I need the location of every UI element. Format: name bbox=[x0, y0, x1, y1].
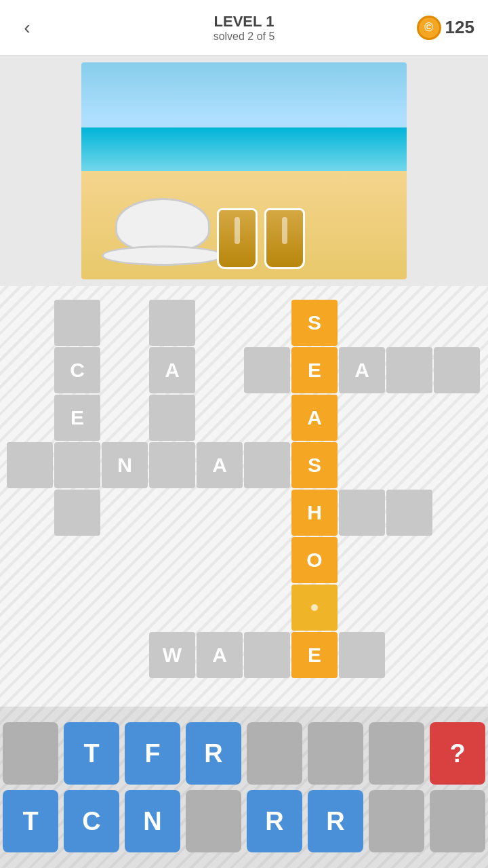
cell-r8c6-E[interactable]: E bbox=[291, 632, 338, 678]
keyboard-row1: T F R ? bbox=[3, 722, 485, 785]
cell-r5c6-H[interactable]: H bbox=[291, 490, 338, 536]
cell-r3c1-E[interactable]: E bbox=[54, 395, 100, 441]
cell-r3c3[interactable] bbox=[149, 395, 195, 441]
cell-r8c4-A[interactable]: A bbox=[197, 632, 243, 678]
cell-r8c7[interactable] bbox=[339, 632, 385, 678]
cell-r4c3[interactable] bbox=[149, 442, 195, 488]
cell-r2c7-A[interactable]: A bbox=[339, 347, 385, 393]
key-R2[interactable]: R bbox=[247, 790, 302, 852]
key-empty-6[interactable] bbox=[369, 790, 424, 852]
cell-r3c6-A[interactable]: A bbox=[291, 395, 338, 441]
cell-r4c4-A[interactable]: A bbox=[197, 442, 243, 488]
key-R1[interactable]: R bbox=[186, 722, 241, 785]
cell-r5c1[interactable] bbox=[54, 490, 100, 536]
back-button[interactable]: ‹ bbox=[14, 14, 41, 41]
key-F[interactable]: F bbox=[125, 722, 180, 785]
cell-r7c6-dot[interactable] bbox=[291, 585, 338, 631]
beach-image bbox=[81, 62, 407, 279]
cell-r2c5[interactable] bbox=[244, 347, 290, 393]
key-R3[interactable]: R bbox=[308, 790, 363, 852]
cell-r6c6-O[interactable]: O bbox=[291, 537, 338, 583]
cell-r8c3-W[interactable]: W bbox=[149, 632, 195, 678]
key-empty-7[interactable] bbox=[430, 790, 485, 852]
sandal-right bbox=[264, 208, 305, 269]
key-empty-1[interactable] bbox=[3, 722, 58, 785]
coin-icon: © bbox=[417, 16, 441, 40]
level-info: LEVEL 1 solved 2 of 5 bbox=[214, 13, 275, 43]
sandals bbox=[217, 208, 305, 269]
key-T1[interactable]: T bbox=[64, 722, 119, 785]
key-empty-4[interactable] bbox=[369, 722, 424, 785]
key-empty-2[interactable] bbox=[247, 722, 302, 785]
cell-r1c6-S[interactable]: S bbox=[291, 300, 338, 346]
key-empty-3[interactable] bbox=[308, 722, 363, 785]
cell-r8c5[interactable] bbox=[244, 632, 290, 678]
cell-r1c3[interactable] bbox=[149, 300, 195, 346]
key-N[interactable]: N bbox=[125, 790, 180, 852]
puzzle-area: S C A E A E A N A S H O W A bbox=[0, 286, 488, 707]
header: ‹ LEVEL 1 solved 2 of 5 © 125 bbox=[0, 0, 488, 56]
coin-count: 125 bbox=[445, 17, 474, 38]
cell-r2c6-E[interactable]: E bbox=[291, 347, 338, 393]
back-icon: ‹ bbox=[24, 17, 30, 39]
sandal-left bbox=[217, 208, 258, 269]
keyboard-area: T F R ? T C N R R bbox=[0, 707, 488, 868]
coins-area: © 125 bbox=[417, 16, 474, 40]
key-T2[interactable]: T bbox=[3, 790, 58, 852]
key-C[interactable]: C bbox=[64, 790, 119, 852]
cell-r2c3-A[interactable]: A bbox=[149, 347, 195, 393]
image-area bbox=[0, 56, 488, 286]
cell-r4c0[interactable] bbox=[7, 442, 53, 488]
cell-r4c5[interactable] bbox=[244, 442, 290, 488]
key-empty-5[interactable] bbox=[186, 790, 241, 852]
cell-r1c1[interactable] bbox=[54, 300, 100, 346]
cell-r4c2-N[interactable]: N bbox=[102, 442, 148, 488]
cell-r4c1[interactable] bbox=[54, 442, 100, 488]
cell-r5c7[interactable] bbox=[339, 490, 385, 536]
level-title: LEVEL 1 bbox=[214, 13, 275, 31]
level-subtitle: solved 2 of 5 bbox=[214, 31, 275, 43]
beach-hat bbox=[102, 191, 224, 266]
cell-r5c8[interactable] bbox=[386, 490, 432, 536]
key-hint[interactable]: ? bbox=[430, 722, 485, 785]
cell-r4c6-S[interactable]: S bbox=[291, 442, 338, 488]
hat-brim bbox=[102, 245, 224, 266]
cell-r2c1-C[interactable]: C bbox=[54, 347, 100, 393]
cell-r2c9[interactable] bbox=[434, 347, 480, 393]
cell-r2c8[interactable] bbox=[386, 347, 432, 393]
keyboard-row2: T C N R R bbox=[3, 790, 485, 852]
hat-top bbox=[115, 198, 210, 252]
